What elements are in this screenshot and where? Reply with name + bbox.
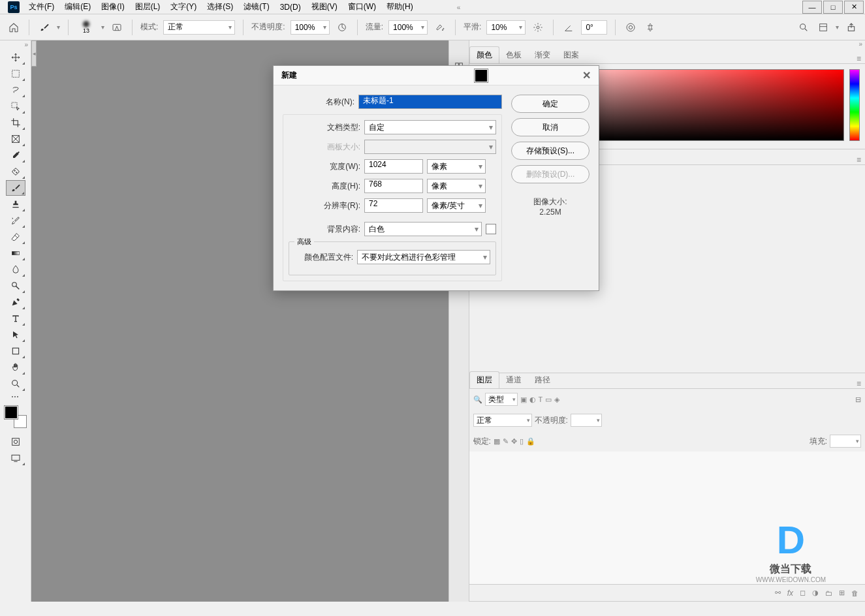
new-layer-icon[interactable]: ⊞: [839, 589, 845, 597]
layer-opacity-select[interactable]: [571, 414, 602, 427]
panel-menu-icon[interactable]: ≡: [853, 379, 865, 388]
lock-brush-icon[interactable]: ✎: [503, 437, 509, 446]
menu-select[interactable]: 选择(S): [202, 1, 238, 12]
filter-search-icon[interactable]: 🔍: [473, 395, 482, 404]
menu-edit[interactable]: 编辑(E): [59, 1, 96, 12]
menu-file[interactable]: 文件(F): [24, 1, 59, 12]
menu-window[interactable]: 窗口(W): [343, 1, 381, 12]
airbrush-icon[interactable]: [433, 20, 447, 35]
smooth-select[interactable]: 10%: [486, 20, 526, 35]
menu-view[interactable]: 视图(V): [306, 1, 343, 12]
minimize-button[interactable]: —: [802, 1, 822, 14]
filter-adjust-icon[interactable]: ◐: [529, 395, 536, 404]
adjustment-layer-icon[interactable]: ◑: [812, 589, 819, 597]
healing-tool[interactable]: [6, 164, 25, 179]
filter-image-icon[interactable]: ▣: [520, 395, 527, 404]
layer-mask-icon[interactable]: ◻: [800, 589, 806, 597]
lasso-tool[interactable]: [6, 82, 25, 98]
home-icon[interactable]: [7, 20, 21, 35]
height-unit-select[interactable]: 像素: [427, 179, 486, 193]
color-profile-select[interactable]: 不要对此文档进行色彩管理: [357, 250, 490, 264]
menu-image[interactable]: 图像(I): [96, 1, 129, 12]
tab-layers[interactable]: 图层: [469, 371, 499, 388]
blend-mode-select[interactable]: 正常: [473, 414, 532, 427]
menu-help[interactable]: 帮助(H): [381, 1, 418, 12]
left-dock-toggle[interactable]: ◂: [31, 40, 37, 67]
lock-pixels-icon[interactable]: ▩: [494, 437, 500, 446]
foreground-color[interactable]: [5, 406, 18, 419]
width-input[interactable]: 1024: [364, 159, 423, 174]
zoom-tool[interactable]: [6, 376, 25, 392]
brush-tool-icon[interactable]: [37, 20, 52, 35]
name-input[interactable]: 未标题-1: [358, 95, 502, 109]
tab-gradients[interactable]: 渐变: [528, 47, 557, 63]
panel-menu-icon[interactable]: ≡: [853, 54, 865, 63]
menu-filter[interactable]: 滤镜(T): [238, 1, 274, 12]
width-unit-select[interactable]: 像素: [427, 159, 486, 174]
dialog-close-icon[interactable]: ✕: [582, 69, 591, 82]
screen-mode-icon[interactable]: [6, 450, 25, 466]
link-layers-icon[interactable]: ⚯: [775, 589, 781, 597]
dodge-tool[interactable]: [6, 278, 25, 294]
panel-fg-color[interactable]: [475, 69, 488, 82]
save-preset-button[interactable]: 存储预设(S)...: [511, 142, 590, 160]
quick-select-tool[interactable]: [6, 99, 25, 114]
tab-color[interactable]: 颜色: [469, 46, 499, 63]
hue-slider[interactable]: [849, 69, 860, 141]
doctype-select[interactable]: 自定: [364, 120, 496, 134]
quick-mask-icon[interactable]: [6, 434, 25, 450]
marquee-tool[interactable]: [6, 66, 25, 82]
brush-preview[interactable]: 13: [76, 18, 96, 37]
flow-select[interactable]: 100%: [388, 20, 428, 35]
opacity-select[interactable]: 100%: [291, 20, 330, 35]
hand-tool[interactable]: [6, 360, 25, 375]
filter-shape-icon[interactable]: ▭: [545, 395, 552, 404]
edit-toolbar-icon[interactable]: ⋯: [6, 392, 25, 401]
tab-channels[interactable]: 通道: [499, 372, 528, 388]
shape-tool[interactable]: [6, 343, 25, 359]
fill-select[interactable]: [830, 435, 861, 448]
layer-fx-icon[interactable]: fx: [787, 589, 793, 598]
smooth-settings-icon[interactable]: [531, 20, 545, 35]
crop-tool[interactable]: [6, 115, 25, 131]
share-icon[interactable]: [844, 20, 858, 35]
group-icon[interactable]: 🗀: [825, 589, 832, 597]
toolbar-collapse-icon[interactable]: »: [0, 40, 31, 48]
opacity-pressure-icon[interactable]: [335, 20, 349, 35]
filter-type-icon[interactable]: T: [539, 395, 543, 403]
ok-button[interactable]: 确定: [511, 95, 590, 113]
menu-type[interactable]: 文字(Y): [165, 1, 202, 12]
mode-select[interactable]: 正常: [163, 20, 235, 35]
background-select[interactable]: 白色: [364, 222, 482, 236]
stamp-tool[interactable]: [6, 196, 25, 212]
panel-menu-icon[interactable]: ≡: [853, 155, 865, 164]
tab-swatches[interactable]: 色板: [499, 47, 528, 63]
brush-tool[interactable]: [6, 180, 25, 196]
resolution-unit-select[interactable]: 像素/英寸: [427, 198, 486, 213]
pressure-size-icon[interactable]: [623, 20, 638, 35]
search-icon[interactable]: [796, 20, 811, 35]
angle-input[interactable]: 0°: [581, 20, 607, 35]
gradient-tool[interactable]: [6, 245, 25, 261]
symmetry-icon[interactable]: [643, 20, 657, 35]
workspace-icon[interactable]: [816, 20, 830, 35]
frame-tool[interactable]: [6, 131, 25, 147]
lock-all-icon[interactable]: 🔒: [526, 437, 535, 446]
eyedropper-tool[interactable]: [6, 147, 25, 163]
close-button[interactable]: ✕: [844, 1, 864, 14]
tab-patterns[interactable]: 图案: [557, 47, 586, 63]
lock-position-icon[interactable]: ✥: [511, 437, 517, 446]
delete-layer-icon[interactable]: 🗑: [851, 589, 858, 597]
lock-artboard-icon[interactable]: ▯: [520, 437, 524, 446]
path-select-tool[interactable]: [6, 327, 25, 343]
height-input[interactable]: 768: [364, 179, 423, 193]
cancel-button[interactable]: 取消: [511, 118, 590, 136]
resolution-input[interactable]: 72: [364, 198, 423, 213]
menu-layer[interactable]: 图层(L): [130, 1, 166, 12]
tab-paths[interactable]: 路径: [528, 372, 557, 388]
filter-smart-icon[interactable]: ◈: [554, 395, 559, 404]
pen-tool[interactable]: [6, 294, 25, 310]
blur-tool[interactable]: [6, 262, 25, 277]
maximize-button[interactable]: □: [823, 1, 843, 14]
type-tool[interactable]: [6, 311, 25, 326]
